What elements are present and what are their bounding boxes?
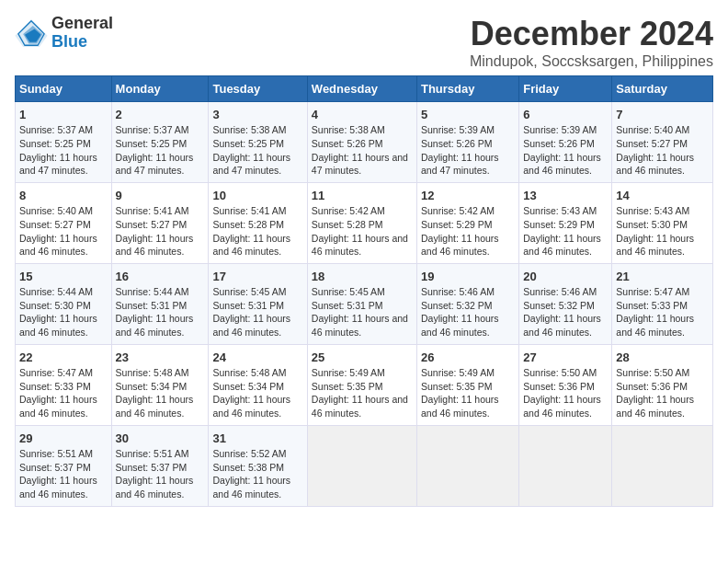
calendar-cell: 26Sunrise: 5:49 AMSunset: 5:35 PMDayligh… [416, 344, 518, 425]
calendar-cell [612, 425, 713, 506]
calendar-cell: 14Sunrise: 5:43 AMSunset: 5:30 PMDayligh… [612, 182, 713, 263]
calendar-table: SundayMondayTuesdayWednesdayThursdayFrid… [15, 75, 713, 507]
day-number: 9 [116, 188, 205, 204]
sunset-text: Sunset: 5:28 PM [312, 219, 383, 230]
calendar-cell: 3Sunrise: 5:38 AMSunset: 5:25 PMDaylight… [209, 102, 307, 183]
sunset-text: Sunset: 5:27 PM [616, 138, 688, 149]
calendar-cell: 15Sunrise: 5:44 AMSunset: 5:30 PMDayligh… [16, 263, 112, 344]
calendar-cell: 20Sunrise: 5:46 AMSunset: 5:32 PMDayligh… [519, 263, 612, 344]
sunrise-text: Sunrise: 5:51 AM [19, 448, 93, 459]
daylight-text: Daylight: 11 hours and 46 minutes. [312, 313, 408, 338]
logo: General Blue [15, 15, 113, 52]
sunrise-text: Sunrise: 5:41 AM [212, 205, 286, 216]
main-title: December 2024 [470, 15, 713, 53]
col-header-saturday: Saturday [612, 76, 713, 102]
sunset-text: Sunset: 5:33 PM [19, 381, 91, 392]
col-header-sunday: Sunday [16, 76, 112, 102]
calendar-cell: 19Sunrise: 5:46 AMSunset: 5:32 PMDayligh… [416, 263, 518, 344]
sunset-text: Sunset: 5:29 PM [523, 219, 595, 230]
calendar-cell: 12Sunrise: 5:42 AMSunset: 5:29 PMDayligh… [416, 182, 518, 263]
daylight-text: Daylight: 11 hours and 46 minutes. [19, 394, 97, 419]
sunrise-text: Sunrise: 5:47 AM [19, 367, 93, 378]
calendar-cell: 29Sunrise: 5:51 AMSunset: 5:37 PMDayligh… [16, 425, 112, 506]
sunset-text: Sunset: 5:26 PM [523, 138, 595, 149]
day-number: 7 [616, 107, 709, 123]
subtitle: Mindupok, Soccsksargen, Philippines [470, 53, 713, 70]
sunrise-text: Sunrise: 5:42 AM [312, 205, 385, 216]
sunrise-text: Sunrise: 5:48 AM [212, 367, 286, 378]
calendar-cell: 18Sunrise: 5:45 AMSunset: 5:31 PMDayligh… [307, 263, 416, 344]
col-header-monday: Monday [111, 76, 209, 102]
daylight-text: Daylight: 11 hours and 46 minutes. [616, 394, 694, 419]
sunrise-text: Sunrise: 5:37 AM [19, 124, 93, 135]
sunrise-text: Sunrise: 5:40 AM [616, 124, 689, 135]
daylight-text: Daylight: 11 hours and 46 minutes. [19, 233, 97, 258]
day-number: 29 [19, 431, 108, 447]
daylight-text: Daylight: 11 hours and 47 minutes. [116, 152, 194, 177]
day-number: 5 [421, 107, 515, 123]
sunset-text: Sunset: 5:30 PM [19, 300, 91, 311]
daylight-text: Daylight: 11 hours and 47 minutes. [212, 152, 290, 177]
day-number: 1 [19, 107, 108, 123]
sunrise-text: Sunrise: 5:38 AM [312, 124, 385, 135]
day-number: 6 [523, 107, 608, 123]
calendar-week-0: 1Sunrise: 5:37 AMSunset: 5:25 PMDaylight… [16, 102, 713, 183]
day-number: 20 [523, 269, 608, 285]
sunrise-text: Sunrise: 5:45 AM [312, 286, 385, 297]
logo-line2: Blue [51, 33, 113, 52]
day-number: 30 [116, 431, 205, 447]
day-number: 19 [421, 269, 515, 285]
sunset-text: Sunset: 5:26 PM [421, 138, 493, 149]
daylight-text: Daylight: 11 hours and 46 minutes. [523, 394, 601, 419]
daylight-text: Daylight: 11 hours and 47 minutes. [19, 152, 97, 177]
calendar-cell: 8Sunrise: 5:40 AMSunset: 5:27 PMDaylight… [16, 182, 112, 263]
calendar-cell: 9Sunrise: 5:41 AMSunset: 5:27 PMDaylight… [111, 182, 209, 263]
daylight-text: Daylight: 11 hours and 46 minutes. [421, 313, 499, 338]
calendar-cell [519, 425, 612, 506]
day-number: 22 [19, 350, 108, 366]
calendar-week-2: 15Sunrise: 5:44 AMSunset: 5:30 PMDayligh… [16, 263, 713, 344]
sunset-text: Sunset: 5:38 PM [212, 462, 284, 473]
daylight-text: Daylight: 11 hours and 46 minutes. [312, 233, 408, 258]
sunrise-text: Sunrise: 5:46 AM [523, 286, 597, 297]
calendar-week-1: 8Sunrise: 5:40 AMSunset: 5:27 PMDaylight… [16, 182, 713, 263]
day-number: 3 [212, 107, 302, 123]
daylight-text: Daylight: 11 hours and 46 minutes. [19, 313, 97, 338]
sunrise-text: Sunrise: 5:49 AM [421, 367, 495, 378]
sunset-text: Sunset: 5:35 PM [312, 381, 383, 392]
day-number: 28 [616, 350, 709, 366]
sunset-text: Sunset: 5:36 PM [523, 381, 595, 392]
sunrise-text: Sunrise: 5:50 AM [616, 367, 689, 378]
day-number: 18 [312, 269, 413, 285]
calendar-week-3: 22Sunrise: 5:47 AMSunset: 5:33 PMDayligh… [16, 344, 713, 425]
calendar-cell: 17Sunrise: 5:45 AMSunset: 5:31 PMDayligh… [209, 263, 307, 344]
daylight-text: Daylight: 11 hours and 46 minutes. [212, 313, 290, 338]
daylight-text: Daylight: 11 hours and 46 minutes. [523, 152, 601, 177]
daylight-text: Daylight: 11 hours and 46 minutes. [212, 233, 290, 258]
sunset-text: Sunset: 5:37 PM [116, 462, 188, 473]
sunset-text: Sunset: 5:31 PM [312, 300, 383, 311]
daylight-text: Daylight: 11 hours and 46 minutes. [616, 233, 694, 258]
day-number: 12 [421, 188, 515, 204]
calendar-cell: 16Sunrise: 5:44 AMSunset: 5:31 PMDayligh… [111, 263, 209, 344]
sunset-text: Sunset: 5:25 PM [212, 138, 284, 149]
sunset-text: Sunset: 5:31 PM [212, 300, 284, 311]
day-number: 17 [212, 269, 302, 285]
calendar-cell: 1Sunrise: 5:37 AMSunset: 5:25 PMDaylight… [16, 102, 112, 183]
daylight-text: Daylight: 11 hours and 46 minutes. [212, 475, 290, 500]
logo-line1: General [51, 15, 113, 33]
daylight-text: Daylight: 11 hours and 46 minutes. [116, 233, 194, 258]
sunrise-text: Sunrise: 5:43 AM [523, 205, 597, 216]
calendar-cell: 2Sunrise: 5:37 AMSunset: 5:25 PMDaylight… [111, 102, 209, 183]
daylight-text: Daylight: 11 hours and 46 minutes. [116, 313, 194, 338]
calendar-cell: 7Sunrise: 5:40 AMSunset: 5:27 PMDaylight… [612, 102, 713, 183]
day-number: 27 [523, 350, 608, 366]
sunrise-text: Sunrise: 5:40 AM [19, 205, 93, 216]
day-number: 31 [212, 431, 302, 447]
day-number: 26 [421, 350, 515, 366]
sunrise-text: Sunrise: 5:39 AM [523, 124, 597, 135]
day-number: 24 [212, 350, 302, 366]
sunset-text: Sunset: 5:28 PM [212, 219, 284, 230]
sunrise-text: Sunrise: 5:47 AM [616, 286, 689, 297]
sunset-text: Sunset: 5:37 PM [19, 462, 91, 473]
